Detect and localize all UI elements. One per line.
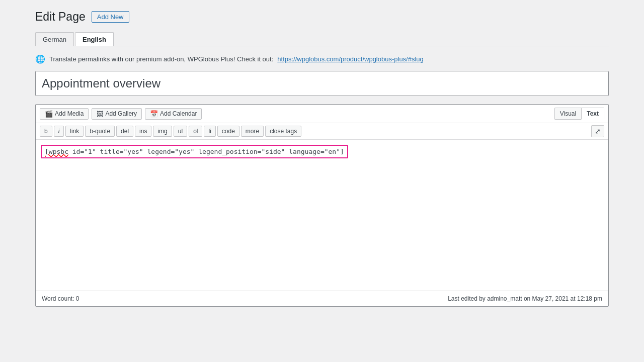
- shortcode-content: [wpsbc id="1" title="yes" legend="yes" l…: [41, 145, 348, 158]
- fmt-more[interactable]: more: [241, 126, 264, 137]
- view-tabs: Visual Text: [554, 108, 604, 120]
- globe-notice: 🌐 Translate permalinks with our premium …: [35, 54, 609, 64]
- globe-notice-link[interactable]: https://wpglobus.com/product/wpglobus-pl…: [277, 55, 424, 63]
- fmt-bquote[interactable]: b-quote: [85, 126, 115, 137]
- tab-visual[interactable]: Visual: [554, 108, 581, 120]
- tab-text[interactable]: Text: [581, 108, 604, 120]
- calendar-icon: 📅: [150, 110, 158, 118]
- add-gallery-button[interactable]: 🖼 Add Gallery: [92, 108, 142, 120]
- fmt-ins[interactable]: ins: [135, 126, 151, 137]
- last-edited: Last edited by admino_matt on May 27, 20…: [448, 295, 602, 302]
- fmt-del[interactable]: del: [116, 126, 133, 137]
- fmt-bold[interactable]: b: [40, 126, 52, 137]
- add-calendar-label: Add Calendar: [160, 110, 197, 117]
- media-icon: 🎬: [45, 110, 53, 118]
- format-buttons: b i link b-quote del ins img ul ol li co…: [40, 126, 301, 137]
- language-tabs: German English: [35, 32, 609, 46]
- tab-english[interactable]: English: [75, 32, 114, 46]
- fmt-code[interactable]: code: [217, 126, 239, 137]
- editor-container: 🎬 Add Media 🖼 Add Gallery 📅 Add Calendar…: [35, 104, 609, 307]
- fmt-italic[interactable]: i: [54, 126, 64, 137]
- format-toolbar: b i link b-quote del ins img ul ol li co…: [36, 123, 608, 140]
- word-count-label: Word count:: [42, 295, 74, 302]
- fmt-img[interactable]: img: [153, 126, 172, 137]
- page-title: Edit Page: [35, 10, 86, 24]
- expand-button[interactable]: ⤢: [591, 125, 604, 137]
- shortcode-rest: id="1" title="yes" legend="yes" legend_p…: [68, 148, 344, 155]
- shortcode-text: [wpsbc: [45, 148, 68, 155]
- add-gallery-label: Add Gallery: [105, 110, 137, 117]
- editor-top-bar: 🎬 Add Media 🖼 Add Gallery 📅 Add Calendar…: [36, 105, 608, 123]
- page-title-input[interactable]: [35, 71, 609, 96]
- fmt-li[interactable]: li: [204, 126, 215, 137]
- fmt-close-tags[interactable]: close tags: [265, 126, 301, 137]
- fmt-ol[interactable]: ol: [189, 126, 202, 137]
- add-media-button[interactable]: 🎬 Add Media: [40, 108, 89, 120]
- add-calendar-button[interactable]: 📅 Add Calendar: [145, 108, 202, 120]
- add-new-button[interactable]: Add New: [92, 11, 129, 23]
- word-count: Word count: 0: [42, 295, 79, 302]
- editor-footer: Word count: 0 Last edited by admino_matt…: [36, 291, 608, 306]
- fmt-link[interactable]: link: [65, 126, 84, 137]
- add-media-label: Add Media: [55, 110, 84, 117]
- editor-content[interactable]: [wpsbc id="1" title="yes" legend="yes" l…: [36, 140, 608, 291]
- word-count-value: 0: [76, 295, 79, 302]
- globe-icon: 🌐: [35, 54, 45, 64]
- tab-german[interactable]: German: [35, 32, 74, 46]
- globe-notice-text: Translate permalinks with our premium ad…: [49, 55, 273, 63]
- editor-media-buttons: 🎬 Add Media 🖼 Add Gallery 📅 Add Calendar: [40, 108, 202, 120]
- gallery-icon: 🖼: [97, 110, 103, 118]
- fmt-ul[interactable]: ul: [174, 126, 187, 137]
